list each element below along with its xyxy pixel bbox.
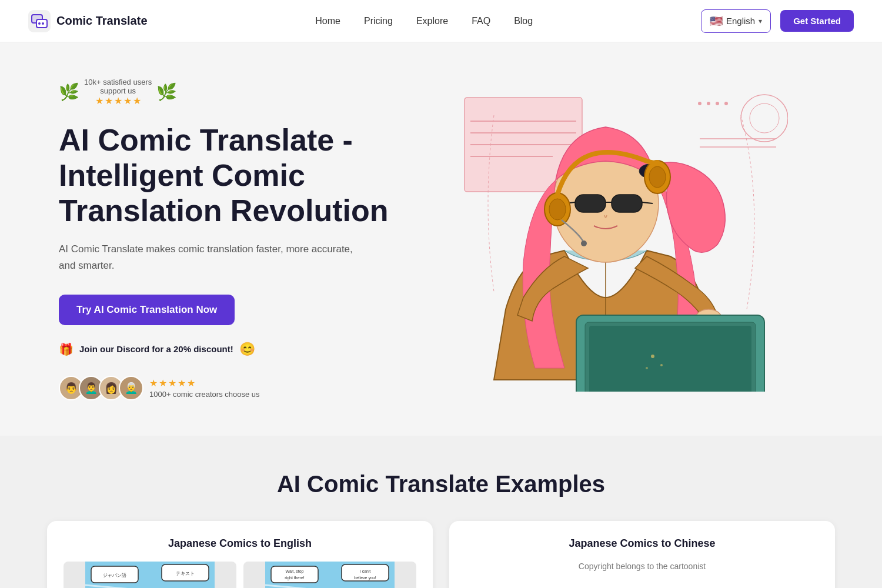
hero-title: AI Comic Translate - Intelligent Comic T…	[59, 123, 400, 228]
svg-point-30	[549, 199, 566, 220]
svg-text:ジャパン語: ジャパン語	[103, 573, 126, 578]
examples-section: AI Comic Translate Examples Japanese Com…	[0, 436, 882, 588]
avatar-4: 👨‍🦳	[119, 376, 143, 400]
avatar-review: ★ ★ ★ ★ ★ 1000+ comic creators choose us	[149, 377, 260, 399]
svg-point-5	[42, 22, 44, 25]
hero-subtitle: AI Comic Translate makes comic translati…	[59, 241, 353, 273]
example-card-1: Japanese Comics to English	[47, 521, 433, 588]
star-3: ★	[114, 95, 122, 106]
logo-icon	[28, 10, 51, 32]
award-count: 10k+ satisfied users	[84, 78, 152, 86]
svg-point-12	[698, 102, 701, 105]
chevron-down-icon: ▾	[759, 17, 762, 25]
r-star-1: ★	[149, 377, 158, 389]
en-panel-svg: Wait, stop right there! I can't believe …	[243, 562, 416, 588]
svg-text:right there!: right there!	[285, 576, 305, 580]
svg-text:Wait, stop: Wait, stop	[286, 569, 304, 574]
flag-icon: 🇺🇸	[710, 15, 723, 28]
svg-point-54	[660, 364, 663, 366]
star-2: ★	[105, 95, 113, 106]
discord-text: Join our Discord for a 20% discount!	[79, 344, 233, 354]
avatar-stars: ★ ★ ★ ★ ★	[149, 377, 260, 389]
svg-point-55	[646, 367, 648, 369]
comic-panel-jp: ジャパン語 テキスト	[64, 562, 236, 588]
comic-panels-1: ジャパン語 テキスト	[64, 562, 416, 588]
comic-panel-en: Wait, stop right there! I can't believe …	[243, 562, 416, 588]
get-started-button[interactable]: Get Started	[780, 10, 854, 32]
svg-point-32	[649, 166, 666, 188]
hero-image	[447, 86, 788, 392]
jp-panel-svg: ジャパン語 テキスト	[64, 562, 236, 588]
gift-icon: 🎁	[59, 342, 74, 356]
card1-title: Japanese Comics to English	[64, 537, 416, 550]
svg-point-14	[716, 102, 719, 105]
svg-point-13	[707, 102, 710, 105]
discord-icon: 😊	[239, 342, 255, 357]
svg-text:believe you!: believe you!	[354, 576, 376, 580]
award-text: 10k+ satisfied users support us ★ ★ ★ ★ …	[84, 78, 152, 106]
svg-rect-37	[589, 326, 751, 392]
avatar-stack: 👨 👨‍🦱 👩 👨‍🦳	[59, 376, 143, 400]
svg-point-15	[724, 102, 728, 105]
svg-point-4	[38, 22, 41, 25]
hero-illustration	[447, 86, 788, 392]
hero-section: 🌿 10k+ satisfied users support us ★ ★ ★ …	[0, 42, 882, 436]
svg-point-53	[651, 355, 654, 358]
r-star-2: ★	[159, 377, 167, 389]
svg-text:I can't: I can't	[360, 569, 371, 573]
lang-label: English	[726, 16, 755, 26]
examples-grid: Japanese Comics to English	[47, 521, 835, 588]
r-star-4: ★	[178, 377, 186, 389]
award-support: support us	[100, 86, 136, 95]
nav-blog[interactable]: Blog	[514, 16, 533, 26]
nav-pricing[interactable]: Pricing	[364, 16, 393, 26]
card2-title: Japanese Comics to Chinese	[466, 537, 818, 550]
award-badge: 🌿 10k+ satisfied users support us ★ ★ ★ …	[59, 78, 400, 106]
svg-rect-23	[575, 195, 606, 212]
star-4: ★	[123, 95, 132, 106]
hero-left: 🌿 10k+ satisfied users support us ★ ★ ★ …	[59, 78, 400, 400]
example-card-2: Japanese Comics to Chinese Copyright bel…	[449, 521, 835, 588]
cta-button[interactable]: Try AI Comic Translation Now	[59, 295, 235, 325]
header-right: 🇺🇸 English ▾ Get Started	[701, 9, 854, 33]
nav-explore[interactable]: Explore	[416, 16, 448, 26]
user-avatars: 👨 👨‍🦱 👩 👨‍🦳 ★ ★ ★ ★ ★ 1000+ comic creato…	[59, 376, 400, 400]
r-star-5: ★	[187, 377, 195, 389]
r-star-3: ★	[168, 377, 176, 389]
user-count: 1000+ comic creators choose us	[149, 390, 260, 399]
nav-faq[interactable]: FAQ	[472, 16, 490, 26]
star-5: ★	[133, 95, 141, 106]
svg-text:テキスト: テキスト	[176, 571, 195, 576]
svg-point-33	[581, 240, 587, 246]
logo-area[interactable]: Comic Translate	[28, 10, 148, 32]
logo-text: Comic Translate	[56, 14, 148, 28]
header: Comic Translate Home Pricing Explore FAQ…	[0, 0, 882, 42]
laurel-right-icon: 🌿	[156, 82, 177, 102]
copyright-notice: Copyright belongs to the cartoonist	[466, 562, 818, 571]
hero-right	[400, 86, 835, 392]
discord-row: 🎁 Join our Discord for a 20% discount! 😊	[59, 342, 400, 357]
svg-rect-24	[612, 195, 642, 212]
main-nav: Home Pricing Explore FAQ Blog	[315, 16, 533, 26]
nav-home[interactable]: Home	[315, 16, 340, 26]
laurel-left-icon: 🌿	[59, 82, 79, 102]
examples-title: AI Comic Translate Examples	[47, 471, 835, 497]
star-1: ★	[95, 95, 103, 106]
language-selector[interactable]: 🇺🇸 English ▾	[701, 9, 771, 33]
award-stars: ★ ★ ★ ★ ★	[95, 95, 141, 106]
